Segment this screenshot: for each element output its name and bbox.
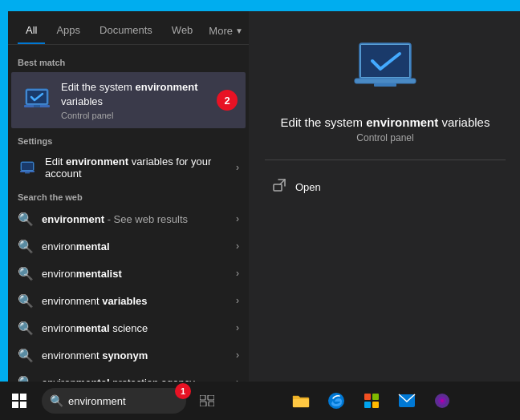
app-subtitle-large: Control panel <box>356 132 413 143</box>
search-icon-2: 🔍 <box>18 265 34 281</box>
svg-rect-19 <box>200 402 206 406</box>
search-icon-1: 🔍 <box>18 238 34 254</box>
chevron-down-icon: ▼ <box>235 26 243 35</box>
best-match-text: Edit the system environment variables Co… <box>61 80 236 120</box>
settings-icon <box>18 158 37 177</box>
tab-documents[interactable]: Documents <box>91 18 160 44</box>
taskbar: 🔍 environment 1 <box>0 382 520 420</box>
results-area: Best match Edit the system envir <box>8 45 249 382</box>
web-item-2[interactable]: 🔍 environmentalist › <box>8 260 249 287</box>
svg-rect-24 <box>372 394 379 400</box>
best-match-title: Edit the system environment variables <box>61 80 236 109</box>
taskbar-search-box[interactable]: 🔍 environment 1 <box>42 388 186 414</box>
search-icon-4: 🔍 <box>18 320 34 336</box>
svg-rect-25 <box>364 402 371 408</box>
tab-bar: All Apps Documents Web More ▼ <box>8 11 249 45</box>
app-icon-large <box>353 35 417 99</box>
web-item-text-4: environmental science <box>42 322 228 334</box>
web-item-5[interactable]: 🔍 environment synonym › <box>8 341 249 369</box>
best-match-subtitle: Control panel <box>61 111 236 120</box>
web-item-1[interactable]: 🔍 environmental › <box>8 232 249 260</box>
svg-rect-10 <box>374 83 396 87</box>
web-item-text-0: environment - See web results <box>42 213 228 225</box>
svg-rect-23 <box>364 394 371 400</box>
svg-rect-13 <box>12 394 18 400</box>
search-icon-5: 🔍 <box>18 347 34 363</box>
chevron-right-icon-2: › <box>236 268 239 279</box>
chevron-right-icon-4: › <box>236 322 239 333</box>
taskbar-file-explorer[interactable] <box>285 385 317 417</box>
taskbar-apps <box>223 385 520 417</box>
chevron-right-icon-1: › <box>236 240 239 252</box>
open-label: Open <box>295 181 321 193</box>
search-badge: 1 <box>175 383 191 399</box>
tab-web[interactable]: Web <box>164 18 201 44</box>
svg-rect-16 <box>20 402 26 408</box>
svg-rect-8 <box>361 45 409 77</box>
svg-rect-6 <box>25 172 30 174</box>
web-item-text-1: environmental <box>42 240 228 252</box>
taskbar-edge[interactable] <box>320 385 352 417</box>
svg-rect-15 <box>12 402 18 408</box>
settings-label: Settings <box>8 130 249 149</box>
web-item-3[interactable]: 🔍 environment variables › <box>8 287 249 314</box>
search-icon-taskbar: 🔍 <box>50 394 63 407</box>
taskbar-app-other[interactable] <box>426 385 458 417</box>
search-input[interactable]: environment <box>68 395 173 407</box>
web-item-6[interactable]: 🔍 environmental protection agency › <box>8 369 249 382</box>
search-icon-6: 🔍 <box>18 374 34 382</box>
chevron-right-icon-0: › <box>236 213 239 224</box>
svg-rect-18 <box>208 395 214 400</box>
svg-rect-20 <box>209 402 214 406</box>
web-item-text-2: environmentalist <box>42 268 228 280</box>
best-match-item[interactable]: Edit the system environment variables Co… <box>11 72 246 128</box>
settings-item[interactable]: Edit environment variables for your acco… <box>8 149 249 186</box>
svg-rect-11 <box>274 184 282 191</box>
svg-line-12 <box>280 180 285 184</box>
search-icon-0: 🔍 <box>18 211 34 227</box>
svg-rect-14 <box>20 394 26 400</box>
settings-item-text: Edit environment variables for your acco… <box>45 155 228 180</box>
svg-rect-4 <box>22 163 33 170</box>
taskbar-store[interactable] <box>355 385 388 417</box>
chevron-right-icon: › <box>236 162 239 173</box>
svg-rect-5 <box>20 171 35 172</box>
chevron-right-icon-3: › <box>236 295 239 306</box>
open-icon <box>271 178 287 196</box>
svg-rect-17 <box>200 395 205 400</box>
right-panel: Edit the system environment variables Co… <box>249 11 520 382</box>
web-search-label: Search the web <box>8 186 249 205</box>
left-panel: All Apps Documents Web More ▼ Best match <box>8 11 249 382</box>
svg-point-30 <box>441 399 444 402</box>
web-item-0[interactable]: 🔍 environment - See web results › <box>8 205 249 232</box>
web-item-text-3: environment variables <box>42 295 228 307</box>
tab-more[interactable]: More ▼ <box>204 18 248 43</box>
svg-rect-26 <box>372 402 379 408</box>
open-action[interactable]: Open <box>265 173 506 200</box>
svg-rect-9 <box>355 79 416 83</box>
web-item-text-5: environment synonym <box>42 349 228 361</box>
tab-all[interactable]: All <box>18 18 45 44</box>
divider <box>265 160 506 160</box>
search-icon-3: 🔍 <box>18 293 34 309</box>
app-title-large: Edit the system environment variables <box>281 115 490 129</box>
best-match-badge: 2 <box>217 90 238 111</box>
control-panel-icon <box>21 84 53 116</box>
start-button[interactable] <box>0 382 39 420</box>
taskbar-mail[interactable] <box>391 385 423 417</box>
chevron-right-icon-5: › <box>236 349 239 361</box>
start-menu: All Apps Documents Web More ▼ Best match <box>8 11 520 382</box>
web-item-4[interactable]: 🔍 environmental science › <box>8 314 249 341</box>
svg-rect-21 <box>293 399 309 407</box>
task-view-button[interactable] <box>191 382 223 420</box>
tab-apps[interactable]: Apps <box>48 18 88 44</box>
best-match-label: Best match <box>8 51 249 71</box>
